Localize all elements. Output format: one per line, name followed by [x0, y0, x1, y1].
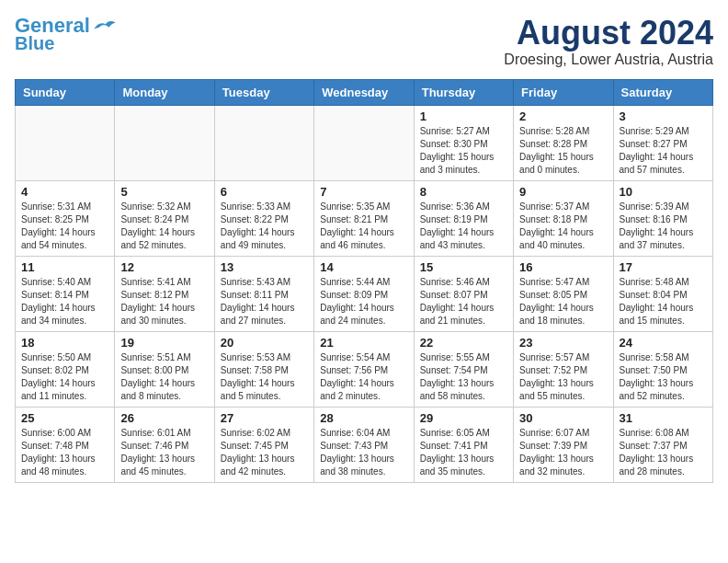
calendar-cell: 25Sunrise: 6:00 AMSunset: 7:48 PMDayligh… — [16, 407, 115, 482]
day-info: Sunrise: 5:33 AMSunset: 8:22 PMDaylight:… — [221, 201, 308, 252]
calendar-cell: 30Sunrise: 6:07 AMSunset: 7:39 PMDayligh… — [514, 407, 613, 482]
calendar-cell — [16, 105, 115, 180]
calendar-cell: 24Sunrise: 5:58 AMSunset: 7:50 PMDayligh… — [613, 331, 712, 407]
calendar-cell: 8Sunrise: 5:36 AMSunset: 8:19 PMDaylight… — [414, 180, 513, 256]
calendar-cell: 3Sunrise: 5:29 AMSunset: 8:27 PMDaylight… — [613, 105, 712, 180]
calendar-cell: 16Sunrise: 5:47 AMSunset: 8:05 PMDayligh… — [514, 256, 613, 331]
day-info: Sunrise: 5:51 AMSunset: 8:00 PMDaylight:… — [120, 351, 208, 403]
day-number: 28 — [320, 411, 407, 425]
calendar-cell: 15Sunrise: 5:46 AMSunset: 8:07 PMDayligh… — [414, 256, 513, 331]
calendar-cell: 18Sunrise: 5:50 AMSunset: 8:02 PMDayligh… — [16, 331, 115, 407]
day-number: 3 — [620, 109, 707, 123]
calendar-cell: 9Sunrise: 5:37 AMSunset: 8:18 PMDaylight… — [514, 180, 613, 256]
day-number: 13 — [221, 260, 308, 274]
weekday-header-sunday: Sunday — [16, 79, 115, 105]
calendar-week-1: 1Sunrise: 5:27 AMSunset: 8:30 PMDaylight… — [16, 105, 713, 180]
day-number: 4 — [21, 185, 108, 199]
day-info: Sunrise: 5:32 AMSunset: 8:24 PMDaylight:… — [120, 201, 208, 252]
day-number: 26 — [120, 411, 208, 425]
calendar-cell: 22Sunrise: 5:55 AMSunset: 7:54 PMDayligh… — [414, 331, 513, 407]
weekday-header-tuesday: Tuesday — [214, 79, 313, 105]
logo-bird-icon — [92, 17, 118, 34]
calendar-cell: 27Sunrise: 6:02 AMSunset: 7:45 PMDayligh… — [214, 407, 313, 482]
day-info: Sunrise: 5:27 AMSunset: 8:30 PMDaylight:… — [420, 125, 507, 177]
day-number: 21 — [320, 336, 407, 350]
title-block: August 2024 Droesing, Lower Austria, Aus… — [504, 15, 713, 68]
weekday-header-wednesday: Wednesday — [314, 79, 414, 105]
calendar-cell: 17Sunrise: 5:48 AMSunset: 8:04 PMDayligh… — [613, 256, 712, 331]
day-info: Sunrise: 5:47 AMSunset: 8:05 PMDaylight:… — [519, 276, 607, 327]
day-number: 6 — [221, 185, 308, 199]
month-title: August 2024 — [504, 15, 713, 52]
page-header: General Blue August 2024 Droesing, Lower… — [15, 15, 713, 68]
calendar-cell: 14Sunrise: 5:44 AMSunset: 8:09 PMDayligh… — [314, 256, 414, 331]
day-number: 23 — [519, 336, 607, 350]
day-number: 16 — [519, 260, 607, 274]
calendar-cell: 28Sunrise: 6:04 AMSunset: 7:43 PMDayligh… — [314, 407, 414, 482]
calendar-cell: 13Sunrise: 5:43 AMSunset: 8:11 PMDayligh… — [214, 256, 313, 331]
day-number: 14 — [320, 260, 407, 274]
logo: General Blue — [15, 15, 118, 53]
day-number: 20 — [221, 336, 308, 350]
day-info: Sunrise: 6:07 AMSunset: 7:39 PMDaylight:… — [519, 427, 607, 478]
day-info: Sunrise: 6:04 AMSunset: 7:43 PMDaylight:… — [320, 427, 407, 478]
day-number: 5 — [120, 185, 208, 199]
day-number: 30 — [519, 411, 607, 425]
calendar-cell: 12Sunrise: 5:41 AMSunset: 8:12 PMDayligh… — [115, 256, 214, 331]
weekday-header-thursday: Thursday — [414, 79, 513, 105]
day-info: Sunrise: 5:48 AMSunset: 8:04 PMDaylight:… — [620, 276, 707, 327]
calendar-cell: 20Sunrise: 5:53 AMSunset: 7:58 PMDayligh… — [214, 331, 313, 407]
day-info: Sunrise: 5:29 AMSunset: 8:27 PMDaylight:… — [620, 125, 707, 177]
day-info: Sunrise: 5:50 AMSunset: 8:02 PMDaylight:… — [21, 351, 108, 403]
day-info: Sunrise: 5:43 AMSunset: 8:11 PMDaylight:… — [221, 276, 308, 327]
calendar-week-5: 25Sunrise: 6:00 AMSunset: 7:48 PMDayligh… — [16, 407, 713, 482]
calendar-cell — [115, 105, 214, 180]
day-info: Sunrise: 5:39 AMSunset: 8:16 PMDaylight:… — [620, 201, 707, 252]
day-info: Sunrise: 5:41 AMSunset: 8:12 PMDaylight:… — [120, 276, 208, 327]
calendar-cell: 6Sunrise: 5:33 AMSunset: 8:22 PMDaylight… — [214, 180, 313, 256]
calendar-cell: 5Sunrise: 5:32 AMSunset: 8:24 PMDaylight… — [115, 180, 214, 256]
day-number: 19 — [120, 336, 208, 350]
day-number: 9 — [519, 185, 607, 199]
calendar-cell: 4Sunrise: 5:31 AMSunset: 8:25 PMDaylight… — [16, 180, 115, 256]
weekday-header-saturday: Saturday — [613, 79, 712, 105]
day-info: Sunrise: 6:08 AMSunset: 7:37 PMDaylight:… — [620, 427, 707, 478]
day-number: 18 — [21, 336, 108, 350]
day-number: 29 — [420, 411, 507, 425]
logo-blue: Blue — [15, 33, 54, 53]
day-number: 7 — [320, 185, 407, 199]
day-info: Sunrise: 5:44 AMSunset: 8:09 PMDaylight:… — [320, 276, 407, 327]
calendar-week-2: 4Sunrise: 5:31 AMSunset: 8:25 PMDaylight… — [16, 180, 713, 256]
day-number: 10 — [620, 185, 707, 199]
day-number: 11 — [21, 260, 108, 274]
calendar-table: SundayMondayTuesdayWednesdayThursdayFrid… — [15, 79, 713, 483]
day-info: Sunrise: 5:54 AMSunset: 7:56 PMDaylight:… — [320, 351, 407, 403]
day-info: Sunrise: 5:55 AMSunset: 7:54 PMDaylight:… — [420, 351, 507, 403]
calendar-cell: 2Sunrise: 5:28 AMSunset: 8:28 PMDaylight… — [514, 105, 613, 180]
day-info: Sunrise: 5:36 AMSunset: 8:19 PMDaylight:… — [420, 201, 507, 252]
day-number: 12 — [120, 260, 208, 274]
calendar-cell: 31Sunrise: 6:08 AMSunset: 7:37 PMDayligh… — [613, 407, 712, 482]
day-number: 24 — [620, 336, 707, 350]
calendar-cell — [314, 105, 414, 180]
calendar-week-3: 11Sunrise: 5:40 AMSunset: 8:14 PMDayligh… — [16, 256, 713, 331]
day-number: 31 — [620, 411, 707, 425]
day-info: Sunrise: 5:40 AMSunset: 8:14 PMDaylight:… — [21, 276, 108, 327]
calendar-cell: 23Sunrise: 5:57 AMSunset: 7:52 PMDayligh… — [514, 331, 613, 407]
day-info: Sunrise: 5:35 AMSunset: 8:21 PMDaylight:… — [320, 201, 407, 252]
calendar-cell — [214, 105, 313, 180]
day-info: Sunrise: 5:53 AMSunset: 7:58 PMDaylight:… — [221, 351, 308, 403]
day-info: Sunrise: 5:31 AMSunset: 8:25 PMDaylight:… — [21, 201, 108, 252]
calendar-cell: 11Sunrise: 5:40 AMSunset: 8:14 PMDayligh… — [16, 256, 115, 331]
day-info: Sunrise: 5:46 AMSunset: 8:07 PMDaylight:… — [420, 276, 507, 327]
calendar-cell: 19Sunrise: 5:51 AMSunset: 8:00 PMDayligh… — [115, 331, 214, 407]
day-number: 27 — [221, 411, 308, 425]
calendar-cell: 21Sunrise: 5:54 AMSunset: 7:56 PMDayligh… — [314, 331, 414, 407]
day-info: Sunrise: 6:00 AMSunset: 7:48 PMDaylight:… — [21, 427, 108, 478]
day-number: 2 — [519, 109, 607, 123]
calendar-cell: 1Sunrise: 5:27 AMSunset: 8:30 PMDaylight… — [414, 105, 513, 180]
calendar-cell: 10Sunrise: 5:39 AMSunset: 8:16 PMDayligh… — [613, 180, 712, 256]
day-number: 15 — [420, 260, 507, 274]
day-info: Sunrise: 6:02 AMSunset: 7:45 PMDaylight:… — [221, 427, 308, 478]
calendar-cell: 26Sunrise: 6:01 AMSunset: 7:46 PMDayligh… — [115, 407, 214, 482]
